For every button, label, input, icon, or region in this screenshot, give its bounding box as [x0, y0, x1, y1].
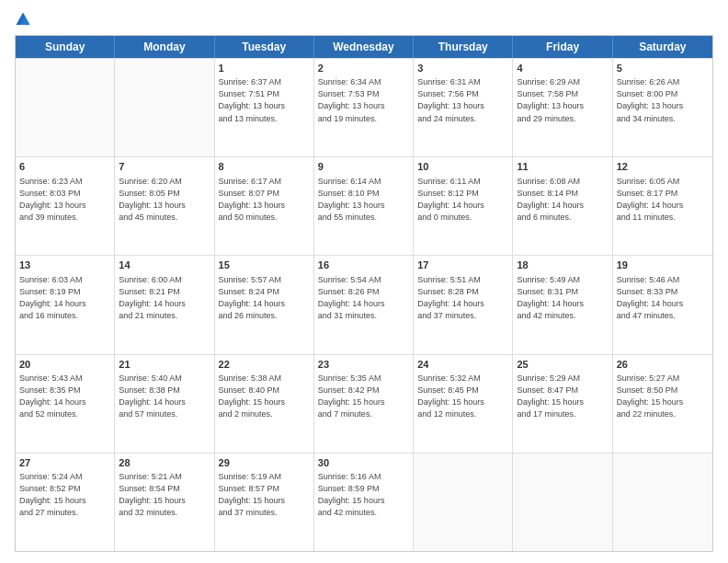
day-number: 2 [318, 62, 409, 75]
day-info: Sunrise: 6:20 AM Sunset: 8:05 PM Dayligh… [119, 176, 210, 224]
day-info: Sunrise: 6:29 AM Sunset: 7:58 PM Dayligh… [517, 76, 608, 124]
header-day-thursday: Thursday [414, 36, 513, 58]
day-info: Sunrise: 6:17 AM Sunset: 8:07 PM Dayligh… [219, 176, 310, 224]
day-number: 8 [219, 160, 310, 174]
day-cell-9: 9Sunrise: 6:14 AM Sunset: 8:10 PM Daylig… [314, 157, 414, 255]
day-info: Sunrise: 6:31 AM Sunset: 7:56 PM Dayligh… [417, 76, 508, 124]
day-cell-16: 16Sunrise: 5:54 AM Sunset: 8:26 PM Dayli… [314, 256, 414, 353]
day-number: 17 [417, 259, 508, 272]
day-cell-12: 12Sunrise: 6:05 AM Sunset: 8:17 PM Dayli… [613, 157, 712, 255]
day-cell-30: 30Sunrise: 5:16 AM Sunset: 8:59 PM Dayli… [314, 454, 414, 551]
day-number: 20 [19, 358, 110, 372]
day-number: 21 [119, 358, 210, 372]
day-info: Sunrise: 5:57 AM Sunset: 8:24 PM Dayligh… [219, 274, 310, 322]
page: SundayMondayTuesdayWednesdayThursdayFrid… [0, 0, 728, 563]
day-cell-15: 15Sunrise: 5:57 AM Sunset: 8:24 PM Dayli… [215, 256, 314, 353]
day-number: 9 [318, 160, 409, 174]
day-cell-1: 1Sunrise: 6:37 AM Sunset: 7:51 PM Daylig… [215, 59, 314, 156]
day-number: 6 [19, 160, 110, 174]
day-info: Sunrise: 5:51 AM Sunset: 8:28 PM Dayligh… [417, 274, 508, 322]
day-cell-7: 7Sunrise: 6:20 AM Sunset: 8:05 PM Daylig… [115, 157, 214, 255]
day-number: 24 [417, 358, 508, 372]
calendar-header: SundayMondayTuesdayWednesdayThursdayFrid… [16, 36, 712, 58]
day-info: Sunrise: 5:16 AM Sunset: 8:59 PM Dayligh… [318, 471, 409, 519]
day-cell-27: 27Sunrise: 5:24 AM Sunset: 8:52 PM Dayli… [16, 454, 115, 551]
day-number: 29 [219, 456, 310, 470]
week-row-4: 20Sunrise: 5:43 AM Sunset: 8:35 PM Dayli… [16, 354, 712, 453]
day-cell-23: 23Sunrise: 5:35 AM Sunset: 8:42 PM Dayli… [314, 355, 414, 453]
day-cell-28: 28Sunrise: 5:21 AM Sunset: 8:54 PM Dayli… [115, 454, 214, 551]
day-info: Sunrise: 5:46 AM Sunset: 8:33 PM Dayligh… [617, 274, 709, 322]
week-row-2: 6Sunrise: 6:23 AM Sunset: 8:03 PM Daylig… [16, 156, 712, 255]
day-info: Sunrise: 5:43 AM Sunset: 8:35 PM Dayligh… [19, 373, 110, 420]
day-number: 27 [19, 456, 110, 470]
empty-cell [16, 59, 115, 156]
day-number: 3 [417, 62, 508, 75]
day-cell-18: 18Sunrise: 5:49 AM Sunset: 8:31 PM Dayli… [513, 256, 612, 353]
empty-cell [513, 454, 612, 551]
day-cell-19: 19Sunrise: 5:46 AM Sunset: 8:33 PM Dayli… [613, 256, 712, 353]
day-info: Sunrise: 5:40 AM Sunset: 8:38 PM Dayligh… [119, 373, 210, 420]
day-number: 15 [219, 259, 310, 272]
day-info: Sunrise: 6:08 AM Sunset: 8:14 PM Dayligh… [517, 176, 608, 224]
day-number: 23 [318, 358, 409, 372]
day-number: 10 [417, 160, 508, 174]
day-info: Sunrise: 5:29 AM Sunset: 8:47 PM Dayligh… [517, 373, 608, 420]
logo [15, 11, 35, 28]
day-info: Sunrise: 5:24 AM Sunset: 8:52 PM Dayligh… [19, 471, 110, 519]
day-info: Sunrise: 6:14 AM Sunset: 8:10 PM Dayligh… [318, 176, 409, 224]
day-cell-13: 13Sunrise: 6:03 AM Sunset: 8:19 PM Dayli… [16, 256, 115, 353]
day-info: Sunrise: 6:26 AM Sunset: 8:00 PM Dayligh… [617, 76, 709, 124]
day-info: Sunrise: 6:00 AM Sunset: 8:21 PM Dayligh… [119, 274, 210, 322]
day-number: 18 [517, 259, 608, 272]
day-info: Sunrise: 5:21 AM Sunset: 8:54 PM Dayligh… [119, 471, 210, 519]
calendar-body: 1Sunrise: 6:37 AM Sunset: 7:51 PM Daylig… [16, 58, 712, 551]
day-info: Sunrise: 6:37 AM Sunset: 7:51 PM Dayligh… [219, 76, 310, 124]
week-row-3: 13Sunrise: 6:03 AM Sunset: 8:19 PM Dayli… [16, 255, 712, 353]
day-cell-10: 10Sunrise: 6:11 AM Sunset: 8:12 PM Dayli… [414, 157, 513, 255]
day-info: Sunrise: 6:11 AM Sunset: 8:12 PM Dayligh… [417, 176, 508, 224]
day-number: 28 [119, 456, 210, 470]
day-number: 1 [219, 62, 310, 75]
day-info: Sunrise: 5:19 AM Sunset: 8:57 PM Dayligh… [219, 471, 310, 519]
day-info: Sunrise: 5:35 AM Sunset: 8:42 PM Dayligh… [318, 373, 409, 420]
header-day-wednesday: Wednesday [314, 36, 414, 58]
week-row-1: 1Sunrise: 6:37 AM Sunset: 7:51 PM Daylig… [16, 58, 712, 156]
day-cell-25: 25Sunrise: 5:29 AM Sunset: 8:47 PM Dayli… [513, 355, 612, 453]
day-cell-21: 21Sunrise: 5:40 AM Sunset: 8:38 PM Dayli… [115, 355, 214, 453]
header [15, 11, 713, 28]
day-cell-26: 26Sunrise: 5:27 AM Sunset: 8:50 PM Dayli… [613, 355, 712, 453]
day-number: 4 [517, 62, 608, 75]
day-number: 19 [617, 259, 709, 272]
header-day-sunday: Sunday [16, 36, 115, 58]
day-cell-22: 22Sunrise: 5:38 AM Sunset: 8:40 PM Dayli… [215, 355, 314, 453]
header-day-tuesday: Tuesday [215, 36, 314, 58]
day-number: 12 [617, 160, 709, 174]
day-cell-17: 17Sunrise: 5:51 AM Sunset: 8:28 PM Dayli… [414, 256, 513, 353]
day-info: Sunrise: 6:23 AM Sunset: 8:03 PM Dayligh… [19, 176, 110, 224]
day-cell-11: 11Sunrise: 6:08 AM Sunset: 8:14 PM Dayli… [513, 157, 612, 255]
day-cell-3: 3Sunrise: 6:31 AM Sunset: 7:56 PM Daylig… [414, 59, 513, 156]
day-cell-4: 4Sunrise: 6:29 AM Sunset: 7:58 PM Daylig… [513, 59, 612, 156]
day-cell-5: 5Sunrise: 6:26 AM Sunset: 8:00 PM Daylig… [613, 59, 712, 156]
day-number: 26 [617, 358, 709, 372]
day-info: Sunrise: 5:27 AM Sunset: 8:50 PM Dayligh… [617, 373, 709, 420]
logo-icon [15, 11, 31, 28]
day-cell-20: 20Sunrise: 5:43 AM Sunset: 8:35 PM Dayli… [16, 355, 115, 453]
day-cell-24: 24Sunrise: 5:32 AM Sunset: 8:45 PM Dayli… [414, 355, 513, 453]
day-number: 5 [617, 62, 709, 75]
day-info: Sunrise: 5:32 AM Sunset: 8:45 PM Dayligh… [417, 373, 508, 420]
day-number: 30 [318, 456, 409, 470]
header-day-monday: Monday [115, 36, 214, 58]
day-number: 16 [318, 259, 409, 272]
header-day-friday: Friday [513, 36, 612, 58]
day-cell-2: 2Sunrise: 6:34 AM Sunset: 7:53 PM Daylig… [314, 59, 414, 156]
day-info: Sunrise: 6:34 AM Sunset: 7:53 PM Dayligh… [318, 76, 409, 124]
calendar: SundayMondayTuesdayWednesdayThursdayFrid… [15, 35, 713, 552]
empty-cell [613, 454, 712, 551]
day-cell-29: 29Sunrise: 5:19 AM Sunset: 8:57 PM Dayli… [215, 454, 314, 551]
day-info: Sunrise: 5:38 AM Sunset: 8:40 PM Dayligh… [219, 373, 310, 420]
empty-cell [115, 59, 214, 156]
day-cell-8: 8Sunrise: 6:17 AM Sunset: 8:07 PM Daylig… [215, 157, 314, 255]
day-number: 13 [19, 259, 110, 272]
